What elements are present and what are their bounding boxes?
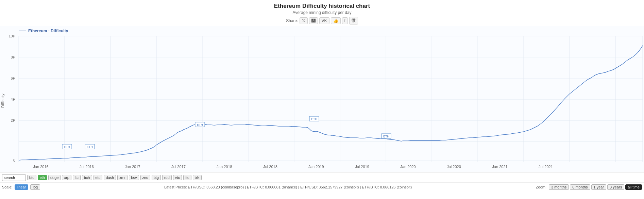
- coin-btn-xrp[interactable]: xrp: [62, 175, 71, 180]
- page-title: Ethereum Difficulty historical chart: [0, 3, 644, 10]
- coin-btn-eth[interactable]: eth: [38, 175, 47, 180]
- zoom-1year-button[interactable]: 1 year: [591, 184, 607, 190]
- zoom-3months-button[interactable]: 3 months: [549, 184, 569, 190]
- svg-text:4P: 4P: [11, 97, 15, 101]
- coin-btn-ftc[interactable]: ftc: [183, 175, 191, 180]
- zoom-bar: Zoom: 3 months 6 months 1 year 3 years a…: [536, 184, 642, 190]
- search-input[interactable]: [2, 174, 26, 181]
- chart-legend: Ethereum - Difficulty: [19, 29, 68, 33]
- svg-text:8P: 8P: [11, 55, 15, 59]
- svg-text:6P: 6P: [11, 76, 15, 80]
- coin-btn-doge[interactable]: doge: [48, 175, 61, 180]
- scale-linear-button[interactable]: linear: [15, 184, 29, 190]
- scale-label: Scale:: [2, 185, 13, 189]
- coin-btn-dash[interactable]: dash: [104, 175, 116, 180]
- coin-btn-bsv[interactable]: bsv: [129, 175, 139, 180]
- coin-btn-rdd[interactable]: rdd: [162, 175, 172, 180]
- svg-rect-0: [0, 26, 644, 172]
- svg-text:Jan 2021: Jan 2021: [492, 165, 507, 169]
- svg-text:Jul 2016: Jul 2016: [80, 165, 94, 169]
- zoom-alltime-button[interactable]: all time: [625, 184, 642, 190]
- svg-text:10P: 10P: [9, 34, 15, 38]
- svg-text:2P: 2P: [11, 118, 15, 122]
- svg-text:ETH: ETH: [197, 123, 203, 127]
- svg-text:Jan 2019: Jan 2019: [308, 165, 324, 169]
- svg-text:Jan 2018: Jan 2018: [217, 165, 232, 169]
- svg-text:ETH: ETH: [64, 145, 70, 149]
- svg-text:Jan 2016: Jan 2016: [33, 165, 48, 169]
- coin-btn-bch[interactable]: bch: [82, 175, 92, 180]
- legend-label: Ethereum - Difficulty: [28, 29, 68, 33]
- coin-btn-btc[interactable]: btc: [27, 175, 36, 180]
- coin-btn-blk[interactable]: blk: [193, 175, 202, 180]
- legend-dash: [19, 31, 26, 31]
- page-header: Ethereum Difficulty historical chart Ave…: [0, 0, 644, 26]
- svg-text:Jul 2019: Jul 2019: [355, 165, 369, 169]
- svg-text:Difficulty: Difficulty: [1, 94, 5, 108]
- scale-bar: Scale: linear log Latest Prices: ETH/USD…: [0, 182, 644, 191]
- svg-text:Jan 2017: Jan 2017: [125, 165, 140, 169]
- coin-btn-btg[interactable]: btg: [152, 175, 161, 180]
- share-weibo[interactable]: 微: [349, 17, 358, 24]
- scale-log-button[interactable]: log: [30, 184, 40, 190]
- chart-svg: 10P 8P 6P 4P 2P 0 Difficulty Jan 2016 Ju…: [0, 26, 644, 172]
- share-label: Share:: [286, 18, 298, 23]
- prices-bar: Latest Prices: ETH/USD: 3568.23 (coinbas…: [42, 185, 534, 189]
- coins-bar: btcethdogexrpltcbchetcdashxmrbsvzecbtgrd…: [0, 172, 644, 182]
- svg-text:0: 0: [13, 158, 15, 162]
- share-bar: Share: 𝕏 🅰 VK 👍 f 微: [0, 17, 644, 24]
- svg-text:Jul 2018: Jul 2018: [263, 165, 277, 169]
- coin-btn-xmr[interactable]: xmr: [117, 175, 128, 180]
- zoom-label: Zoom:: [536, 185, 546, 189]
- zoom-6months-button[interactable]: 6 months: [570, 184, 590, 190]
- svg-text:ETH: ETH: [383, 135, 389, 138]
- coin-btn-etc[interactable]: etc: [94, 175, 103, 180]
- svg-text:ETH: ETH: [87, 145, 93, 149]
- coin-btn-zec[interactable]: zec: [140, 175, 150, 180]
- zoom-3years-button[interactable]: 3 years: [607, 184, 624, 190]
- svg-text:Jul 2020: Jul 2020: [447, 165, 461, 169]
- share-like[interactable]: 👍: [331, 17, 341, 24]
- page-subtitle: Average mining difficulty per day: [0, 10, 644, 15]
- share-reddit[interactable]: 🅰: [309, 17, 318, 24]
- svg-text:Jul 2017: Jul 2017: [171, 165, 186, 169]
- coin-btn-ltc[interactable]: ltc: [73, 175, 81, 180]
- svg-text:ETH: ETH: [311, 117, 317, 121]
- chart-container: Ethereum - Difficulty 10P 8P 6P 4P 2P 0 …: [0, 26, 644, 172]
- coin-btn-vtc[interactable]: vtc: [173, 175, 182, 180]
- share-vk[interactable]: VK: [319, 17, 329, 24]
- share-facebook[interactable]: f: [342, 17, 348, 24]
- svg-text:Jan 2020: Jan 2020: [400, 165, 416, 169]
- svg-text:Jul 2021: Jul 2021: [539, 165, 553, 169]
- share-twitter[interactable]: 𝕏: [300, 17, 308, 24]
